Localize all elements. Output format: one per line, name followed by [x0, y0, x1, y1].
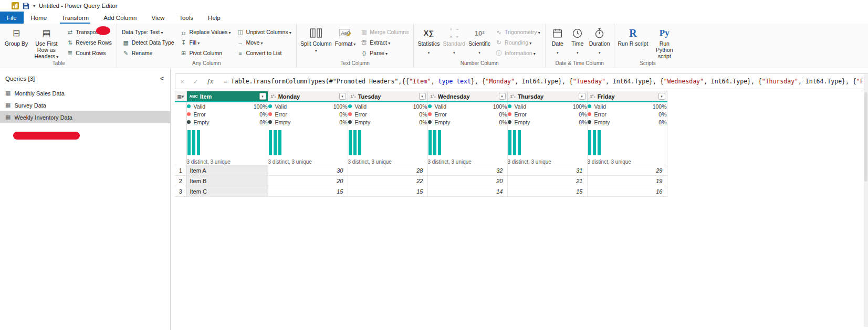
data-type-button[interactable]: Data Type: Text: [119, 27, 177, 37]
split-column-button[interactable]: Split Column: [299, 24, 333, 60]
filter-dropdown-button[interactable]: ▾: [579, 93, 585, 100]
run-r-script-button[interactable]: R Run R script: [616, 24, 650, 60]
filter-dropdown-button[interactable]: ▾: [499, 93, 506, 100]
convert-to-list-button[interactable]: ≡ Convert to List: [234, 48, 294, 58]
ribbon-group-scripts: R Run R script Py Run Python script Scri…: [614, 24, 682, 68]
commit-formula-icon[interactable]: ✓: [189, 78, 203, 86]
parse-button[interactable]: {} Parse: [357, 48, 411, 58]
cell[interactable]: 32: [427, 165, 507, 176]
reverse-rows-icon: ⇅: [66, 39, 74, 46]
whole-number-type-icon[interactable]: 1²₃: [590, 94, 595, 99]
menu-tab-view[interactable]: View: [144, 12, 172, 24]
detect-data-type-button[interactable]: ▦ Detect Data Type: [119, 37, 177, 48]
date-button[interactable]: Date: [548, 24, 568, 60]
time-button[interactable]: Time: [568, 24, 588, 60]
text-type-icon[interactable]: ABC: [190, 94, 198, 99]
filter-dropdown-button[interactable]: ▾: [339, 93, 346, 100]
format-button[interactable]: AaC Format: [333, 24, 358, 60]
statistics-button[interactable]: X∑ Statistics: [416, 24, 441, 60]
run-python-script-button[interactable]: Py Run Python script: [650, 24, 679, 60]
pivot-column-button[interactable]: ⊞ Pivot Column: [177, 48, 234, 58]
menu-tab-home[interactable]: Home: [24, 12, 55, 24]
cell[interactable]: 20: [427, 176, 507, 186]
quality-error-row: Error0%: [268, 110, 348, 118]
cell[interactable]: Item A: [186, 165, 268, 176]
menu-tab-tools[interactable]: Tools: [172, 12, 201, 24]
whole-number-type-icon[interactable]: 1²₃: [510, 94, 516, 99]
filter-dropdown-button[interactable]: ▾: [259, 93, 266, 100]
distinct-unique-text: 3 distinct, 3 unique: [588, 159, 667, 165]
cell[interactable]: 14: [427, 186, 507, 197]
vertical-scrollbar[interactable]: [864, 74, 868, 327]
quality-valid-row: Valid100%: [508, 102, 587, 110]
column-header-tuesday[interactable]: 1²₃Tuesday▾: [348, 91, 427, 102]
save-icon[interactable]: [23, 3, 29, 9]
use-first-row-as-headers-button[interactable]: ▤ Use First Row as Headers: [29, 24, 63, 60]
column-header-thursday[interactable]: 1²₃Thursday▾: [507, 91, 587, 102]
reverse-rows-button[interactable]: ⇅ Reverse Rows: [63, 37, 114, 48]
time-label: Time: [571, 40, 583, 47]
filter-dropdown-button[interactable]: ▾: [658, 93, 665, 100]
fill-button[interactable]: ↧ Fill: [177, 37, 234, 48]
formula-input[interactable]: = Table.TransformColumnTypes(#"Promoted …: [217, 78, 867, 85]
query-list-item[interactable]: ▦Survey Data: [0, 99, 170, 111]
whole-number-type-icon[interactable]: 1²₃: [271, 94, 276, 99]
cell[interactable]: 30: [268, 165, 348, 176]
cell[interactable]: 29: [587, 165, 667, 176]
cell[interactable]: 28: [348, 165, 427, 176]
move-button[interactable]: → Move: [234, 37, 294, 48]
column-header-friday[interactable]: 1²₃Friday▾: [587, 91, 667, 102]
empty-dot-icon: [348, 120, 352, 124]
cell[interactable]: 16: [587, 186, 667, 197]
ribbon-group-number-column: X∑ Statistics +−×÷ Standard 10² Scientif…: [413, 24, 545, 68]
cell[interactable]: Item C: [186, 186, 268, 197]
cell[interactable]: 22: [348, 176, 427, 186]
menu-tab-add-column[interactable]: Add Column: [96, 12, 144, 24]
cell[interactable]: 20: [268, 176, 348, 186]
scientific-button[interactable]: 10² Scientific: [467, 24, 492, 60]
data-grid-table: ▦▾ABCItem▾1²₃Monday▾1²₃Tuesday▾1²₃Wednes…: [175, 91, 667, 197]
scrollbar-thumb[interactable]: [864, 92, 867, 182]
column-header-wednesday[interactable]: 1²₃Wednesday▾: [427, 91, 507, 102]
menu-tab-help[interactable]: Help: [201, 12, 228, 24]
statistics-label: Statistics: [417, 40, 440, 47]
count-rows-button[interactable]: ≣ Count Rows: [63, 48, 114, 58]
extract-button[interactable]: ABC123 Extract: [357, 37, 411, 48]
group-by-button[interactable]: ⊟ Group By: [3, 24, 29, 60]
cell[interactable]: 15: [507, 186, 587, 197]
cell[interactable]: 21: [507, 176, 587, 186]
column-header-item[interactable]: ABCItem▾: [186, 91, 268, 102]
replace-values-button[interactable]: ₁₂ Replace Values: [177, 27, 234, 37]
unpivot-columns-button[interactable]: ◫ Unpivot Columns: [234, 27, 294, 37]
menu-tab-transform[interactable]: Transform: [54, 12, 96, 24]
query-list-item[interactable]: ▦Monthly Sales Data: [0, 87, 170, 99]
duration-button[interactable]: Duration: [588, 24, 612, 60]
cell[interactable]: Item B: [186, 176, 268, 186]
replace-values-label: Replace Values: [190, 29, 231, 35]
cell[interactable]: 15: [268, 186, 348, 197]
cell[interactable]: 19: [587, 176, 667, 186]
query-list-item[interactable]: ▦Weekly Inventory Data: [0, 111, 170, 123]
column-header-monday[interactable]: 1²₃Monday▾: [268, 91, 348, 102]
column-name: Thursday: [518, 93, 579, 100]
collapse-panel-icon[interactable]: <: [160, 75, 164, 82]
red-annotation-pill: [13, 132, 80, 140]
parse-label: Parse: [370, 50, 388, 56]
column-name: Wednesday: [438, 93, 499, 100]
row-number[interactable]: 3: [175, 186, 186, 197]
row-number[interactable]: 1: [175, 165, 186, 176]
rename-button[interactable]: ✎ Rename: [119, 48, 177, 58]
whole-number-type-icon[interactable]: 1²₃: [431, 94, 436, 99]
filter-dropdown-button[interactable]: ▾: [419, 93, 426, 100]
select-all-button[interactable]: ▦▾: [175, 91, 186, 102]
cell[interactable]: 15: [348, 186, 427, 197]
cell[interactable]: 31: [507, 165, 587, 176]
group-by-label: Group By: [5, 40, 28, 47]
group-label-scripts: Scripts: [614, 60, 682, 68]
titlebar-dropdown-icon[interactable]: ▾: [33, 4, 35, 8]
menu-tab-file[interactable]: File: [0, 12, 24, 24]
parse-icon: {}: [360, 50, 368, 56]
row-number[interactable]: 2: [175, 176, 186, 186]
whole-number-type-icon[interactable]: 1²₃: [351, 94, 356, 99]
cancel-formula-icon[interactable]: ×: [175, 78, 189, 86]
